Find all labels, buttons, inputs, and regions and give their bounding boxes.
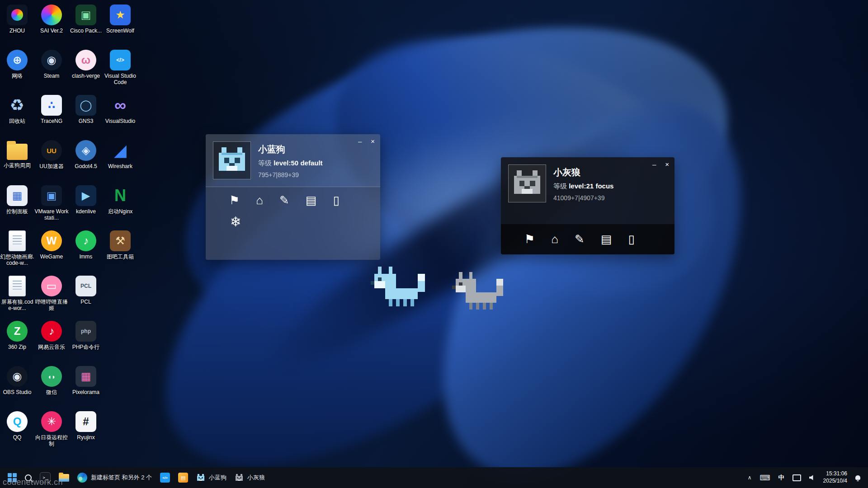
card-icon[interactable]: ▯ bbox=[333, 193, 339, 207]
desktop-icon-doc-screenwolf[interactable]: 屏幕有狼.code-wor... bbox=[0, 272, 34, 317]
desktop-icon-lmms[interactable]: ♪lmms bbox=[69, 227, 103, 272]
pet-avatar bbox=[213, 141, 251, 179]
home-icon[interactable]: ⌂ bbox=[256, 193, 263, 207]
pet-grey-wolf-sprite[interactable] bbox=[452, 272, 506, 310]
desktop-icon-recycle-bin[interactable]: ♻回收站 bbox=[0, 91, 34, 136]
orange-app-icon: ▤ bbox=[178, 473, 188, 483]
pet-head-sprite bbox=[511, 168, 543, 199]
desktop-icon-zhou[interactable]: ZHOU bbox=[0, 1, 34, 46]
obs-icon: ◉ bbox=[7, 366, 28, 387]
pet-header: 小蓝狗 等级 level:50 default 795+7|889+39 bbox=[206, 134, 380, 187]
edge-tab-label: 新建标签页 和另外 2 个 bbox=[91, 474, 152, 482]
pet-taskbar-label: 小灰狼 bbox=[247, 474, 265, 482]
desktop-icon-bilibili-live[interactable]: ▭哔哩哔哩直播姬 bbox=[34, 272, 69, 317]
desktop-icon-uu-booster[interactable]: UUUU加速器 bbox=[34, 136, 69, 182]
book-icon[interactable]: ▤ bbox=[601, 232, 612, 246]
desktop-icon-label: 360 Zip bbox=[8, 344, 26, 350]
desktop-icon-label: 屏幕有狼.code-wor... bbox=[0, 299, 34, 312]
pixelorama-icon: ▦ bbox=[75, 366, 96, 387]
desktop-icon-vmware[interactable]: ▣VMware Workstati... bbox=[34, 182, 69, 227]
ime-button[interactable]: 中 bbox=[775, 471, 788, 484]
bell-icon bbox=[855, 475, 860, 480]
close-button[interactable]: × bbox=[665, 161, 669, 168]
flag-icon[interactable]: ⚑ bbox=[524, 232, 535, 246]
desktop-icon-sai[interactable]: SAI Ver.2 bbox=[34, 1, 69, 46]
desktop-icon-label: PCL bbox=[80, 299, 91, 305]
taskbar: >_ 新建标签页 和另外 2 个 </> ▤ 小蓝狗 小灰狼 ∧ bbox=[0, 467, 868, 488]
minimize-button[interactable]: – bbox=[652, 161, 656, 168]
desktop-icon-label: 图吧工具箱 bbox=[107, 253, 134, 260]
desktop-icon-screenwolf[interactable]: ★ScreenWolf bbox=[103, 1, 137, 46]
taskbar-pet-grey-wolf[interactable]: 小灰狼 bbox=[231, 471, 268, 484]
pet-toolbar: ⚑⌂✎▤▯ bbox=[501, 224, 675, 254]
desktop-icon-godot[interactable]: ◈Godot4.5 bbox=[69, 136, 103, 182]
godot-icon: ◈ bbox=[75, 140, 96, 161]
desktop-icon-obs[interactable]: ◉OBS Studio bbox=[0, 362, 34, 408]
speaker-icon bbox=[809, 475, 815, 480]
pet-head-sprite bbox=[196, 474, 205, 482]
book-icon[interactable]: ▤ bbox=[306, 193, 317, 207]
desktop-icon-visualstudio[interactable]: ∞VisualStudio bbox=[103, 91, 137, 136]
watermark: codenetwork.cn bbox=[3, 478, 63, 487]
pet-body-sprite bbox=[452, 272, 506, 310]
desktop-icon-vscode[interactable]: </>Visual Studio Code bbox=[103, 46, 137, 91]
vmware-icon: ▣ bbox=[41, 185, 62, 206]
volume-button[interactable] bbox=[806, 473, 818, 483]
desktop-icon-360zip[interactable]: Z360 Zip bbox=[0, 317, 34, 362]
minimize-button[interactable]: – bbox=[358, 138, 362, 145]
pet-avatar bbox=[508, 164, 546, 202]
snowflake-icon[interactable]: ❄ bbox=[230, 214, 241, 229]
desktop-icon-gns3[interactable]: ◯GNS3 bbox=[69, 91, 103, 136]
360zip-icon: Z bbox=[7, 321, 28, 342]
pet-stats: 41009+7|4907+39 bbox=[553, 194, 613, 202]
desktop-icon-sunflower-remote[interactable]: ✳向日葵远程控制 bbox=[34, 408, 69, 453]
vscode-button[interactable]: </> bbox=[157, 470, 173, 485]
edge-tab-button[interactable]: 新建标签页 和另外 2 个 bbox=[74, 470, 155, 485]
taskbar-pet-blue-dog[interactable]: 小蓝狗 bbox=[193, 471, 230, 484]
desktop-icon-php-cli[interactable]: phpPHP命令行 bbox=[69, 317, 103, 362]
desktop-icon-pixelorama[interactable]: ▦Pixelorama bbox=[69, 362, 103, 408]
desktop-icon-control-panel[interactable]: ▦控制面板 bbox=[0, 182, 34, 227]
card-icon[interactable]: ▯ bbox=[628, 232, 634, 246]
touch-keyboard-button[interactable]: ⌨ bbox=[757, 471, 774, 484]
control-panel-icon: ▦ bbox=[7, 185, 28, 206]
desktop-icon-doc-gallery[interactable]: 幻想动物画廊.code-w... bbox=[0, 227, 34, 272]
desktop-icon-label: 网易云音乐 bbox=[38, 344, 65, 350]
paint-icon[interactable]: ✎ bbox=[279, 193, 289, 207]
paint-icon[interactable]: ✎ bbox=[575, 232, 585, 246]
desktop-icon-nginx[interactable]: N启动Nginx bbox=[103, 182, 137, 227]
kdenlive-icon: ▶ bbox=[75, 185, 96, 206]
desktop-icon-folder-xiaolangou[interactable]: 小蓝狗周周 bbox=[0, 136, 34, 182]
pet-title: 小蓝狗 bbox=[258, 143, 323, 155]
level-prefix: 等级 bbox=[553, 182, 567, 190]
desktop-icon-pcl[interactable]: PCLPCL bbox=[69, 272, 103, 317]
desktop-icon-netease-music[interactable]: ♪网易云音乐 bbox=[34, 317, 69, 362]
desktop-icon-label: clash-verge bbox=[72, 73, 100, 79]
desktop-icon-network[interactable]: ⊕网络 bbox=[0, 46, 34, 91]
wegame-icon: W bbox=[41, 230, 62, 251]
desktop-icon-label: 小蓝狗周周 bbox=[4, 162, 31, 169]
desktop-icon-label: 启动Nginx bbox=[108, 208, 133, 215]
desktop-icon-tuba-toolbox[interactable]: ⚒图吧工具箱 bbox=[103, 227, 137, 272]
desktop-icon-wechat[interactable]: ◖◗微信 bbox=[34, 362, 69, 408]
close-button[interactable]: × bbox=[371, 138, 375, 145]
orange-app-button[interactable]: ▤ bbox=[175, 470, 191, 485]
desktop-icon-kdenlive[interactable]: ▶kdenlive bbox=[69, 182, 103, 227]
flag-icon[interactable]: ⚑ bbox=[229, 193, 240, 207]
desktop-icon-wireshark[interactable]: ◢Wireshark bbox=[103, 136, 137, 182]
notification-button[interactable] bbox=[852, 473, 863, 482]
tray-overflow-button[interactable]: ∧ bbox=[745, 472, 755, 483]
display-button[interactable] bbox=[789, 472, 804, 483]
desktop-icon-wegame[interactable]: WWeGame bbox=[34, 227, 69, 272]
desktop-icon-traceng[interactable]: ∴TraceNG bbox=[34, 91, 69, 136]
vscode-icon: </> bbox=[160, 473, 170, 483]
pet-blue-dog-sprite[interactable] bbox=[371, 267, 429, 306]
desktop-icon-ryujinx[interactable]: #Ryujinx bbox=[69, 408, 103, 453]
desktop-icon-cisco-packet-tracer[interactable]: ▣Cisco Pack... bbox=[69, 1, 103, 46]
desktop-icon-clash-verge[interactable]: ωclash-verge bbox=[69, 46, 103, 91]
home-icon[interactable]: ⌂ bbox=[551, 232, 558, 246]
desktop-icon-qq[interactable]: QQQ bbox=[0, 408, 34, 453]
desktop-icon-steam[interactable]: ◉Steam bbox=[34, 46, 69, 91]
clock-button[interactable]: 15:31:06 2025/10/4 bbox=[820, 468, 850, 487]
pet-stats: 795+7|889+39 bbox=[258, 171, 323, 178]
